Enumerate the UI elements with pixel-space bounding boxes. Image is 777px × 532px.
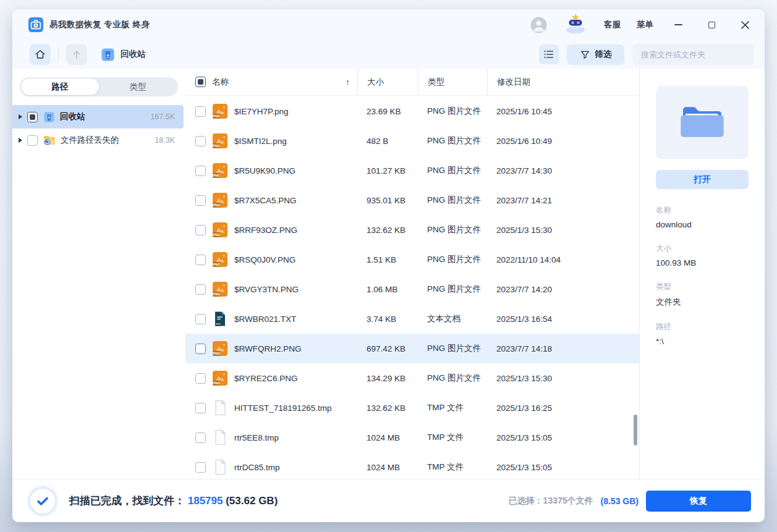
column-name[interactable]: 名称 xyxy=(212,77,229,88)
file-name: $ISMTI2L.png xyxy=(234,137,287,146)
scan-message: 扫描已完成，找到文件： xyxy=(69,495,185,507)
breadcrumb-label: 回收站 xyxy=(121,49,146,60)
minimize-button[interactable] xyxy=(669,16,687,33)
filter-label: 筛选 xyxy=(595,49,612,60)
tmp-file-icon xyxy=(212,400,228,416)
row-checkbox[interactable] xyxy=(195,403,206,413)
filter-button[interactable]: 筛选 xyxy=(567,44,624,65)
file-size: 935.01 KB xyxy=(357,196,418,205)
sort-ascending-icon[interactable]: ↑ xyxy=(346,77,350,87)
row-checkbox[interactable] xyxy=(195,225,206,235)
file-type: PNG 图片文件 xyxy=(418,224,487,235)
file-type: PNG 图片文件 xyxy=(418,254,487,265)
row-checkbox[interactable] xyxy=(195,314,206,324)
breadcrumb[interactable]: 回收站 xyxy=(101,48,146,62)
svg-text:PNG: PNG xyxy=(213,233,221,237)
svg-text:PNG: PNG xyxy=(213,352,221,355)
open-button[interactable]: 打开 xyxy=(656,170,749,189)
file-type-icon: PNG TXT xyxy=(212,281,228,297)
table-row[interactable]: PNG TXT rtrDC85.tmp 1024 MB TMP 文件 202 xyxy=(185,452,639,479)
column-date[interactable]: 修改日期 xyxy=(487,69,639,95)
table-row[interactable]: PNG TXT $RVGY3TN.PNG 1.06 MB PNG 图片文件 xyxy=(185,274,639,304)
file-type-icon: PNG TXT xyxy=(212,133,228,149)
txt-file-icon: TXT xyxy=(212,311,228,327)
table-row[interactable]: PNG TXT $R5U9K90.PNG 101.27 KB PNG 图片文件 xyxy=(185,156,639,185)
file-type-icon: PNG TXT xyxy=(212,370,228,386)
png-file-icon: PNG xyxy=(212,133,228,149)
recover-button[interactable]: 恢复 xyxy=(646,491,751,512)
png-file-icon: PNG xyxy=(212,103,228,119)
file-type-icon: PNG TXT xyxy=(212,311,228,327)
file-type-icon: PNG TXT xyxy=(212,163,228,179)
tab-type[interactable]: 类型 xyxy=(99,78,177,95)
file-size: 1.51 KB xyxy=(357,255,418,264)
row-checkbox[interactable] xyxy=(195,433,206,443)
row-checkbox[interactable] xyxy=(195,195,206,206)
table-row[interactable]: PNG TXT $RYRE2C6.PNG 134.29 KB PNG 图片文件 xyxy=(185,363,639,393)
expand-caret-icon[interactable] xyxy=(19,114,22,119)
table-row[interactable]: PNG TXT $RWBR021.TXT 3.74 KB 文本文档 2025 xyxy=(185,304,639,334)
detail-value-type: 文件夹 xyxy=(656,297,749,308)
file-name-cell: PNG TXT $RWBR021.TXT xyxy=(185,311,357,327)
row-checkbox[interactable] xyxy=(195,106,206,117)
table-row[interactable]: PNG TXT $ISMTI2L.png 482 B PNG 图片文件 20 xyxy=(185,126,639,156)
assistant-mascot-icon[interactable] xyxy=(563,12,588,37)
tree-item-recycle-bin[interactable]: 回收站 167.5K xyxy=(12,105,184,129)
table-row[interactable]: PNG TXT $RSQ0J0V.PNG 1.51 KB PNG 图片文件 xyxy=(185,245,639,274)
user-avatar[interactable] xyxy=(530,17,547,33)
table-row[interactable]: PNG TXT HITTEST_718191265.tmp 132.62 KB … xyxy=(185,393,639,423)
column-size[interactable]: 大小 xyxy=(357,69,418,95)
maximize-icon xyxy=(708,22,715,28)
row-checkbox[interactable] xyxy=(195,136,206,146)
tree-checkbox[interactable] xyxy=(27,112,38,122)
file-date: 2023/7/7 14:18 xyxy=(487,344,639,353)
search-box[interactable] xyxy=(632,44,754,65)
row-checkbox[interactable] xyxy=(195,284,206,295)
row-checkbox[interactable] xyxy=(195,462,206,473)
expand-caret-icon[interactable] xyxy=(19,138,22,143)
tree-item-count: 18.3K xyxy=(155,136,175,145)
table-row[interactable]: PNG TXT rtr5EE8.tmp 1024 MB TMP 文件 202 xyxy=(185,423,639,452)
vertical-scrollbar[interactable] xyxy=(634,415,637,445)
file-size: 1024 MB xyxy=(357,433,418,442)
support-button[interactable]: 客服 xyxy=(604,19,621,30)
png-file-icon: PNG xyxy=(212,192,228,208)
png-file-icon: PNG xyxy=(212,281,228,297)
file-name: HITTEST_718191265.tmp xyxy=(234,403,332,413)
select-all-checkbox[interactable] xyxy=(195,77,206,87)
list-view-button[interactable] xyxy=(539,44,559,64)
tree-item-count: 167.5K xyxy=(150,112,175,121)
file-name-cell: PNG TXT $RRF93OZ.PNG xyxy=(185,222,357,238)
column-type[interactable]: 类型 xyxy=(418,69,487,95)
detail-value-name: downloud xyxy=(656,220,749,229)
home-button[interactable] xyxy=(30,44,51,65)
svg-text:PNG: PNG xyxy=(213,263,221,266)
table-row[interactable]: PNG TXT $RRF93OZ.PNG 132.62 KB PNG 图片文件 xyxy=(185,215,639,245)
tab-path[interactable]: 路径 xyxy=(21,78,99,95)
close-button[interactable] xyxy=(736,16,754,33)
png-file-icon: PNG xyxy=(212,340,228,357)
row-checkbox[interactable] xyxy=(195,166,206,176)
file-name: $RSQ0J0V.PNG xyxy=(234,255,295,264)
table-row[interactable]: PNG TXT $R7X5CA5.PNG 935.01 KB PNG 图片文件 xyxy=(185,185,639,215)
row-checkbox[interactable] xyxy=(195,255,206,265)
tree-item-lost-path[interactable]: 文件路径丢失的 18.3K xyxy=(12,129,184,152)
tree-checkbox[interactable] xyxy=(27,135,38,146)
row-checkbox[interactable] xyxy=(195,373,206,384)
file-name: rtrDC85.tmp xyxy=(234,463,280,472)
menu-button[interactable]: 菜单 xyxy=(637,19,653,30)
search-input[interactable] xyxy=(641,50,750,59)
sidebar-tab-switch: 路径 类型 xyxy=(20,77,178,96)
file-type-icon: PNG TXT xyxy=(212,222,228,238)
file-name: rtr5EE8.tmp xyxy=(234,433,279,442)
row-checkbox[interactable] xyxy=(195,344,206,354)
table-row[interactable]: PNG TXT $RWFQRH2.PNG 697.42 KB PNG 图片文件 xyxy=(185,334,639,363)
file-date: 2025/1/6 10:49 xyxy=(487,137,639,146)
tree-item-label: 回收站 xyxy=(60,111,85,122)
maximize-button[interactable] xyxy=(703,16,720,33)
up-level-button[interactable] xyxy=(66,44,87,65)
table-row[interactable]: PNG TXT $IE7YH7P.png 23.69 KB PNG 图片文件 xyxy=(185,96,639,126)
funnel-icon xyxy=(580,49,590,60)
file-type: TMP 文件 xyxy=(418,462,487,473)
sidebar: 路径 类型 回收站 167.5K xyxy=(12,69,185,479)
